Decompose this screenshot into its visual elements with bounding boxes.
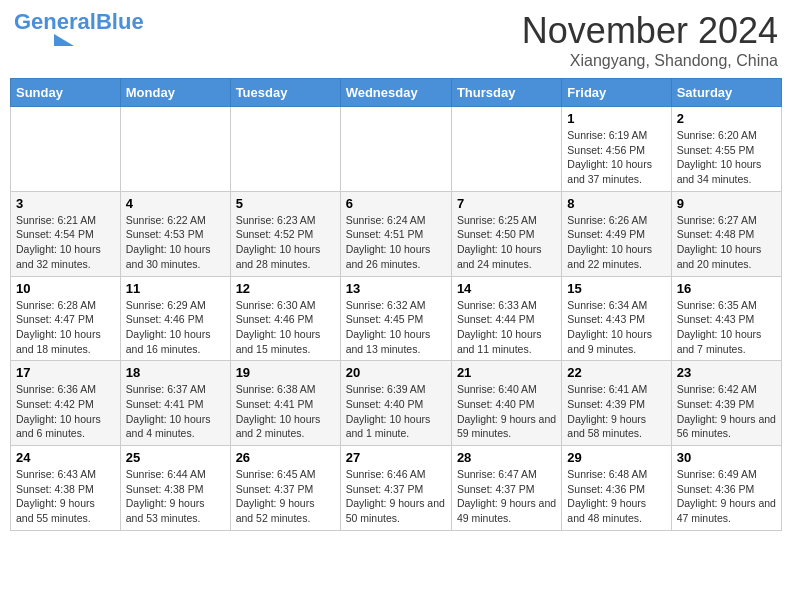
day-cell: 24Sunrise: 6:43 AM Sunset: 4:38 PM Dayli…: [11, 446, 121, 531]
day-number: 6: [346, 196, 446, 211]
calendar-header-row: SundayMondayTuesdayWednesdayThursdayFrid…: [11, 79, 782, 107]
day-info: Sunrise: 6:29 AM Sunset: 4:46 PM Dayligh…: [126, 298, 225, 357]
day-cell: [340, 107, 451, 192]
day-cell: 16Sunrise: 6:35 AM Sunset: 4:43 PM Dayli…: [671, 276, 781, 361]
column-header-thursday: Thursday: [451, 79, 561, 107]
day-cell: [230, 107, 340, 192]
day-cell: 25Sunrise: 6:44 AM Sunset: 4:38 PM Dayli…: [120, 446, 230, 531]
day-number: 4: [126, 196, 225, 211]
column-header-saturday: Saturday: [671, 79, 781, 107]
day-number: 8: [567, 196, 665, 211]
day-number: 16: [677, 281, 776, 296]
column-header-monday: Monday: [120, 79, 230, 107]
day-number: 7: [457, 196, 556, 211]
day-cell: 20Sunrise: 6:39 AM Sunset: 4:40 PM Dayli…: [340, 361, 451, 446]
day-cell: 5Sunrise: 6:23 AM Sunset: 4:52 PM Daylig…: [230, 191, 340, 276]
day-number: 3: [16, 196, 115, 211]
day-cell: 27Sunrise: 6:46 AM Sunset: 4:37 PM Dayli…: [340, 446, 451, 531]
day-info: Sunrise: 6:40 AM Sunset: 4:40 PM Dayligh…: [457, 382, 556, 441]
day-info: Sunrise: 6:36 AM Sunset: 4:42 PM Dayligh…: [16, 382, 115, 441]
logo-general: General: [14, 9, 96, 34]
day-info: Sunrise: 6:48 AM Sunset: 4:36 PM Dayligh…: [567, 467, 665, 526]
column-header-friday: Friday: [562, 79, 671, 107]
day-cell: 10Sunrise: 6:28 AM Sunset: 4:47 PM Dayli…: [11, 276, 121, 361]
day-info: Sunrise: 6:19 AM Sunset: 4:56 PM Dayligh…: [567, 128, 665, 187]
day-info: Sunrise: 6:32 AM Sunset: 4:45 PM Dayligh…: [346, 298, 446, 357]
day-number: 14: [457, 281, 556, 296]
day-info: Sunrise: 6:35 AM Sunset: 4:43 PM Dayligh…: [677, 298, 776, 357]
day-info: Sunrise: 6:20 AM Sunset: 4:55 PM Dayligh…: [677, 128, 776, 187]
day-cell: [120, 107, 230, 192]
day-cell: 21Sunrise: 6:40 AM Sunset: 4:40 PM Dayli…: [451, 361, 561, 446]
month-title: November 2024: [522, 10, 778, 52]
day-info: Sunrise: 6:43 AM Sunset: 4:38 PM Dayligh…: [16, 467, 115, 526]
day-cell: 1Sunrise: 6:19 AM Sunset: 4:56 PM Daylig…: [562, 107, 671, 192]
day-cell: 9Sunrise: 6:27 AM Sunset: 4:48 PM Daylig…: [671, 191, 781, 276]
day-number: 13: [346, 281, 446, 296]
column-header-tuesday: Tuesday: [230, 79, 340, 107]
week-row-1: 1Sunrise: 6:19 AM Sunset: 4:56 PM Daylig…: [11, 107, 782, 192]
day-info: Sunrise: 6:37 AM Sunset: 4:41 PM Dayligh…: [126, 382, 225, 441]
week-row-2: 3Sunrise: 6:21 AM Sunset: 4:54 PM Daylig…: [11, 191, 782, 276]
day-info: Sunrise: 6:28 AM Sunset: 4:47 PM Dayligh…: [16, 298, 115, 357]
day-info: Sunrise: 6:22 AM Sunset: 4:53 PM Dayligh…: [126, 213, 225, 272]
location-subtitle: Xiangyang, Shandong, China: [522, 52, 778, 70]
day-info: Sunrise: 6:45 AM Sunset: 4:37 PM Dayligh…: [236, 467, 335, 526]
day-cell: 14Sunrise: 6:33 AM Sunset: 4:44 PM Dayli…: [451, 276, 561, 361]
day-cell: 8Sunrise: 6:26 AM Sunset: 4:49 PM Daylig…: [562, 191, 671, 276]
day-cell: 12Sunrise: 6:30 AM Sunset: 4:46 PM Dayli…: [230, 276, 340, 361]
day-number: 21: [457, 365, 556, 380]
day-cell: 6Sunrise: 6:24 AM Sunset: 4:51 PM Daylig…: [340, 191, 451, 276]
day-number: 10: [16, 281, 115, 296]
day-info: Sunrise: 6:24 AM Sunset: 4:51 PM Dayligh…: [346, 213, 446, 272]
day-number: 5: [236, 196, 335, 211]
day-number: 17: [16, 365, 115, 380]
day-number: 9: [677, 196, 776, 211]
day-cell: 28Sunrise: 6:47 AM Sunset: 4:37 PM Dayli…: [451, 446, 561, 531]
day-number: 23: [677, 365, 776, 380]
day-number: 18: [126, 365, 225, 380]
day-number: 22: [567, 365, 665, 380]
day-number: 20: [346, 365, 446, 380]
day-info: Sunrise: 6:46 AM Sunset: 4:37 PM Dayligh…: [346, 467, 446, 526]
day-number: 11: [126, 281, 225, 296]
day-info: Sunrise: 6:39 AM Sunset: 4:40 PM Dayligh…: [346, 382, 446, 441]
svg-marker-0: [54, 34, 74, 46]
day-number: 1: [567, 111, 665, 126]
day-number: 29: [567, 450, 665, 465]
day-cell: 29Sunrise: 6:48 AM Sunset: 4:36 PM Dayli…: [562, 446, 671, 531]
day-info: Sunrise: 6:44 AM Sunset: 4:38 PM Dayligh…: [126, 467, 225, 526]
day-info: Sunrise: 6:38 AM Sunset: 4:41 PM Dayligh…: [236, 382, 335, 441]
day-cell: 18Sunrise: 6:37 AM Sunset: 4:41 PM Dayli…: [120, 361, 230, 446]
day-cell: 23Sunrise: 6:42 AM Sunset: 4:39 PM Dayli…: [671, 361, 781, 446]
calendar-table: SundayMondayTuesdayWednesdayThursdayFrid…: [10, 78, 782, 531]
day-cell: 30Sunrise: 6:49 AM Sunset: 4:36 PM Dayli…: [671, 446, 781, 531]
day-info: Sunrise: 6:41 AM Sunset: 4:39 PM Dayligh…: [567, 382, 665, 441]
logo-text: GeneralBlue: [14, 10, 144, 34]
day-info: Sunrise: 6:25 AM Sunset: 4:50 PM Dayligh…: [457, 213, 556, 272]
logo: GeneralBlue: [14, 10, 144, 48]
day-info: Sunrise: 6:21 AM Sunset: 4:54 PM Dayligh…: [16, 213, 115, 272]
logo-blue: Blue: [96, 9, 144, 34]
day-info: Sunrise: 6:23 AM Sunset: 4:52 PM Dayligh…: [236, 213, 335, 272]
day-info: Sunrise: 6:49 AM Sunset: 4:36 PM Dayligh…: [677, 467, 776, 526]
day-info: Sunrise: 6:26 AM Sunset: 4:49 PM Dayligh…: [567, 213, 665, 272]
week-row-5: 24Sunrise: 6:43 AM Sunset: 4:38 PM Dayli…: [11, 446, 782, 531]
logo-icon: [14, 34, 74, 48]
day-number: 25: [126, 450, 225, 465]
day-number: 27: [346, 450, 446, 465]
day-cell: 3Sunrise: 6:21 AM Sunset: 4:54 PM Daylig…: [11, 191, 121, 276]
day-cell: [451, 107, 561, 192]
day-info: Sunrise: 6:42 AM Sunset: 4:39 PM Dayligh…: [677, 382, 776, 441]
day-info: Sunrise: 6:30 AM Sunset: 4:46 PM Dayligh…: [236, 298, 335, 357]
day-cell: 26Sunrise: 6:45 AM Sunset: 4:37 PM Dayli…: [230, 446, 340, 531]
day-info: Sunrise: 6:33 AM Sunset: 4:44 PM Dayligh…: [457, 298, 556, 357]
day-info: Sunrise: 6:27 AM Sunset: 4:48 PM Dayligh…: [677, 213, 776, 272]
day-cell: 7Sunrise: 6:25 AM Sunset: 4:50 PM Daylig…: [451, 191, 561, 276]
title-area: November 2024 Xiangyang, Shandong, China: [522, 10, 778, 70]
day-cell: 2Sunrise: 6:20 AM Sunset: 4:55 PM Daylig…: [671, 107, 781, 192]
day-number: 26: [236, 450, 335, 465]
day-cell: 15Sunrise: 6:34 AM Sunset: 4:43 PM Dayli…: [562, 276, 671, 361]
day-number: 28: [457, 450, 556, 465]
week-row-3: 10Sunrise: 6:28 AM Sunset: 4:47 PM Dayli…: [11, 276, 782, 361]
